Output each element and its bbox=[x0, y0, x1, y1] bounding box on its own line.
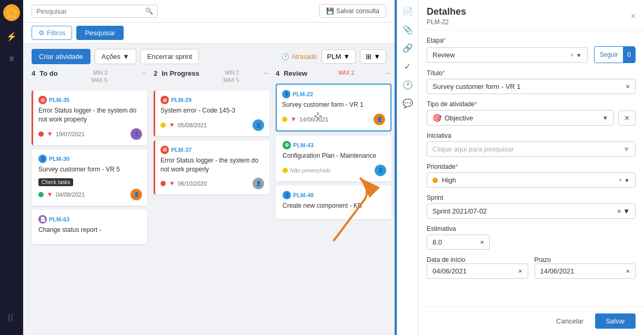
card-meta-plm43: Não preenchido bbox=[283, 167, 331, 174]
detail-title: Detalhes bbox=[427, 6, 466, 17]
titulo-clear-icon[interactable]: × bbox=[626, 83, 630, 90]
tipo-select[interactable]: 🎯 Objective ▼ bbox=[427, 110, 614, 126]
card-title-plm37: Error Status logger - the system do not … bbox=[160, 156, 264, 174]
priority-icon-plm37: 🔻 bbox=[168, 180, 176, 187]
priority-icon-plm29: 🔻 bbox=[168, 121, 176, 129]
filter-button[interactable]: ⚙ Filtros bbox=[32, 26, 72, 40]
status-dot-plm29 bbox=[160, 123, 166, 128]
prioridade-select[interactable]: High × ▼ bbox=[427, 172, 636, 188]
estimativa-clear-icon[interactable]: × bbox=[480, 238, 484, 246]
estimativa-input[interactable]: 8.0 × bbox=[427, 235, 490, 250]
seguir-label[interactable]: Seguir bbox=[595, 51, 623, 58]
history-icon[interactable]: 🕐 bbox=[402, 80, 413, 90]
detail-footer: Cancelar Salvar bbox=[418, 307, 644, 335]
sprint-clear-icon[interactable]: × bbox=[617, 207, 621, 215]
detail-body: Etapa* Review × ▼ Seguir 0 Título* bbox=[418, 31, 644, 285]
card-id-plm22: 👤 PLM-22 bbox=[282, 90, 385, 98]
right-icon-bar: 📄 📎 🔗 ✓ 🕐 💬 bbox=[397, 0, 418, 335]
card-id-plm29: ⊘ PLM-29 bbox=[160, 96, 264, 104]
search-box[interactable]: 🔍 bbox=[32, 5, 158, 18]
data-inicio-input[interactable]: 04/06/2021 × bbox=[427, 263, 528, 279]
card-footer-plm29: 🔻 05/08/2021 👤 bbox=[160, 119, 264, 131]
iniciativa-select[interactable]: Clique aqui para pesquisar ▼ bbox=[427, 141, 636, 157]
estimativa-field-row: Estimativa 8.0 × bbox=[427, 225, 636, 250]
plm-dropdown[interactable]: PLM ▼ bbox=[321, 49, 356, 64]
check-icon[interactable]: ✓ bbox=[404, 62, 411, 72]
plm-chevron-icon: ▼ bbox=[343, 53, 350, 60]
card-id-plm43: ⚙ PLM-43 bbox=[283, 141, 386, 149]
col-header-todo: 4 To do MIN 3 MAX 6 ↔ bbox=[32, 67, 147, 86]
titulo-field-row: Título* Survey customer form - VR 1 × bbox=[427, 69, 636, 94]
prazo-input[interactable]: 14/06/2021 × bbox=[535, 263, 636, 279]
search-input[interactable] bbox=[36, 7, 145, 15]
tipo-row: 🎯 Objective ▼ ✕ bbox=[427, 110, 636, 126]
card-footer-plm35: 🔻 19/07/2021 👤 bbox=[38, 128, 142, 140]
etapa-field-row: Etapa* Review × ▼ Seguir 0 bbox=[427, 37, 636, 63]
filter-icon: ⚙ bbox=[38, 29, 45, 37]
status-dot-plm43 bbox=[283, 168, 288, 173]
card-plm-35[interactable]: ⊘ PLM-35 Error Status logger - the syste… bbox=[32, 90, 147, 145]
card-title-plm22: Survey customer form - VR 1 bbox=[282, 100, 385, 109]
seguir-button[interactable]: Seguir 0 bbox=[594, 46, 636, 63]
app-logo bbox=[3, 4, 20, 21]
tipo-x-button[interactable]: ✕ bbox=[618, 110, 636, 126]
expand-inprogress-icon[interactable]: ↔ bbox=[263, 69, 269, 77]
col-title-todo: 4 To do bbox=[32, 69, 58, 77]
search-button[interactable]: Pesquisar bbox=[76, 26, 124, 40]
detail-close-button[interactable]: × bbox=[631, 12, 636, 21]
save-button[interactable]: Salvar bbox=[595, 313, 636, 329]
etapa-select[interactable]: Review × ▼ bbox=[427, 47, 588, 63]
titulo-input[interactable]: Survey customer form - VR 1 × bbox=[427, 79, 636, 94]
etapa-arrow-icon[interactable]: ▼ bbox=[576, 52, 582, 58]
attachment-icon[interactable]: 📎 bbox=[402, 25, 413, 35]
card-meta-plm35: 🔻 19/07/2021 bbox=[38, 130, 85, 138]
card-plm-37[interactable]: ⊘ PLM-37 Error Status logger - the syste… bbox=[154, 140, 269, 195]
priority-icon-plm30: 🔻 bbox=[46, 191, 54, 198]
column-todo: 4 To do MIN 3 MAX 6 ↔ ⊘ bbox=[32, 67, 147, 327]
save-query-button[interactable]: 💾 Salvar consulta bbox=[319, 4, 386, 18]
prioridade-arrow-icon[interactable]: ▼ bbox=[624, 177, 630, 184]
card-plm-29[interactable]: ⊘ PLM-29 System error - Code 145-3 🔻 05/… bbox=[154, 90, 269, 136]
expand-review-icon[interactable]: ↔ bbox=[385, 69, 391, 77]
link-icon[interactable]: 🔗 bbox=[402, 43, 413, 53]
details-icon[interactable]: 📄 bbox=[402, 6, 413, 16]
priority-icon-plm35: 🔻 bbox=[46, 130, 54, 138]
sidebar-lightning-icon[interactable]: ⚡ bbox=[4, 29, 19, 44]
end-sprint-button[interactable]: Encerrar sprint bbox=[140, 49, 199, 64]
etapa-clear-icon[interactable]: × bbox=[570, 52, 574, 59]
prioridade-clear-icon[interactable]: × bbox=[618, 177, 622, 184]
status-dot-plm30 bbox=[38, 192, 44, 197]
data-inicio-clear-icon[interactable]: × bbox=[518, 267, 522, 275]
card-plm-22[interactable]: 👤 PLM-22 Survey customer form - VR 1 🔻 1… bbox=[276, 84, 391, 131]
sprint-label: Sprint bbox=[427, 194, 636, 201]
card-plm-48[interactable]: 👤 PLM-48 Create new component - KB bbox=[276, 186, 391, 220]
card-plm-63[interactable]: 📄 PLM-63 Change status report - bbox=[32, 210, 147, 244]
action-right: 🕐 Atrasado PLM ▼ ⊞ ▼ bbox=[281, 49, 386, 64]
actions-button[interactable]: Ações ▼ bbox=[95, 49, 136, 64]
iniciativa-arrow-icon[interactable]: ▼ bbox=[623, 145, 630, 153]
card-plm-43[interactable]: ⚙ PLM-43 Configuration Plan - Maintenanc… bbox=[276, 136, 391, 181]
card-title-plm48: Create new component - KB bbox=[283, 201, 386, 210]
card-id-plm35: ⊘ PLM-35 bbox=[38, 96, 142, 104]
card-plm-30[interactable]: 👤 PLM-30 Survey customer form - VR 5 Che… bbox=[32, 149, 147, 206]
prazo-clear-icon[interactable]: × bbox=[626, 267, 630, 275]
sidebar-collapse-icon[interactable]: ⟨⟨ bbox=[5, 310, 16, 324]
col-title-inprogress: 2 In Progress bbox=[154, 69, 199, 77]
view-toggle-button[interactable]: ⊞ ▼ bbox=[360, 49, 386, 64]
seguir-count: 0 bbox=[623, 47, 635, 63]
expand-todo-icon[interactable]: ↔ bbox=[141, 69, 147, 77]
sprint-field-row: Sprint Sprint 2021/07-02 × ▼ bbox=[427, 194, 636, 219]
sprint-select[interactable]: Sprint 2021/07-02 × ▼ bbox=[427, 204, 636, 219]
card-meta-plm30: 🔻 04/08/2021 bbox=[38, 191, 85, 198]
create-activity-button[interactable]: Criar atividade bbox=[32, 49, 90, 64]
check-tasks-badge: Check tasks bbox=[38, 178, 73, 186]
tipo-arrow-icon[interactable]: ▼ bbox=[602, 115, 608, 121]
detail-panel: Detalhes PLM-22 × Etapa* Review × ▼ Segu… bbox=[418, 0, 644, 335]
priority-icon-plm22: 🔻 bbox=[289, 116, 297, 123]
sidebar-menu-icon[interactable]: ≡ bbox=[7, 52, 16, 66]
cancel-button[interactable]: Cancelar bbox=[549, 313, 591, 329]
board-wrapper: 4 To do MIN 3 MAX 6 ↔ ⊘ bbox=[23, 67, 395, 335]
svg-marker-0 bbox=[6, 8, 17, 18]
comment-icon[interactable]: 💬 bbox=[402, 98, 413, 108]
sprint-arrow-icon[interactable]: ▼ bbox=[623, 207, 630, 215]
